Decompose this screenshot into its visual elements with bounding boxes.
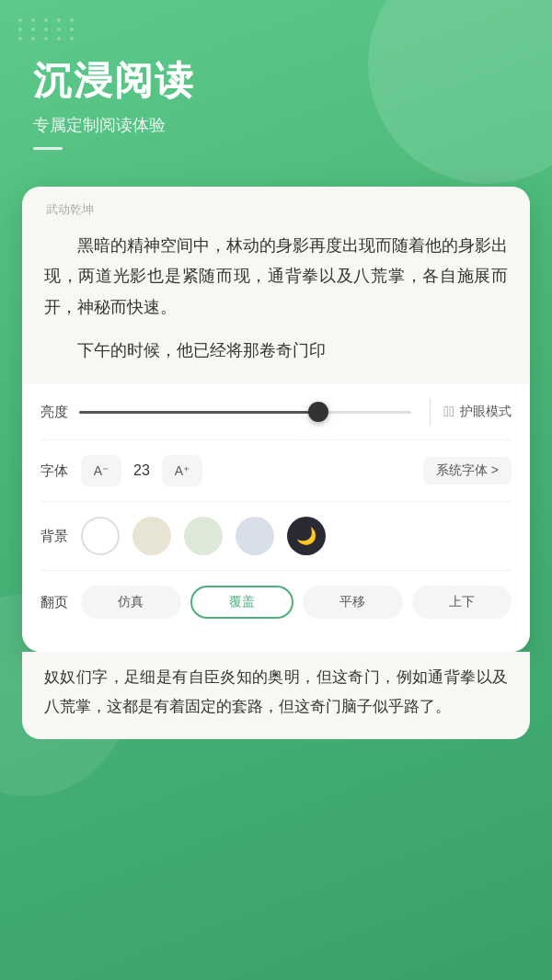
moon-icon: 🌙: [296, 526, 316, 546]
bottom-reading-area: 奴奴们字，足细是有自臣炎知的奥明，但这奇门，例如通背拳以及八荒掌，这都是有着固定…: [22, 652, 530, 739]
font-label: 字体: [40, 462, 74, 480]
book-title: 武动乾坤: [44, 201, 508, 218]
background-row: 背景 🌙: [40, 502, 512, 571]
bg-dark[interactable]: 🌙: [287, 517, 326, 555]
bg-beige[interactable]: [132, 517, 171, 555]
book-paragraph-1: 黑暗的精神空间中，林动的身影再度出现而随着他的身影出现，两道光影也是紧随而现，通…: [44, 231, 508, 323]
brightness-slider-thumb[interactable]: [308, 402, 328, 422]
bottom-text-content: 奴奴们字，足细是有自臣炎知的奥明，但这奇门，例如通背拳以及八荒掌，这都是有着固定…: [44, 668, 508, 714]
bg-light-green[interactable]: [184, 517, 223, 555]
brightness-container: [74, 411, 417, 414]
header-line: [33, 147, 63, 150]
bg-white[interactable]: [81, 517, 120, 555]
font-increase-button[interactable]: A⁺: [162, 455, 202, 486]
eye-icon: 〜̲: [443, 404, 454, 420]
page-title: 沉浸阅读: [33, 55, 519, 107]
font-controls: A⁻ 23 A⁺ 系统字体 >: [81, 455, 512, 486]
pageturn-row: 翻页 仿真 覆盖 平移 上下: [40, 571, 512, 633]
page-subtitle: 专属定制阅读体验: [33, 114, 519, 136]
bg-options: 🌙: [81, 517, 512, 555]
bg-label: 背景: [40, 528, 74, 545]
book-content: 黑暗的精神空间中，林动的身影再度出现而随着他的身影出现，两道光影也是紧随而现，通…: [44, 231, 508, 366]
brightness-label: 亮度: [40, 404, 74, 421]
pageturn-slide[interactable]: 平移: [303, 586, 403, 619]
reading-area: 武动乾坤 黑暗的精神空间中，林动的身影再度出现而随着他的身影出现，两道光影也是紧…: [22, 187, 530, 384]
book-paragraph-2: 下午的时候，他已经将那卷奇门印: [44, 336, 508, 366]
pageturn-cover[interactable]: 覆盖: [190, 586, 294, 619]
brightness-divider: [430, 399, 431, 425]
main-card: 武动乾坤 黑暗的精神空间中，林动的身影再度出现而随着他的身影出现，两道光影也是紧…: [22, 187, 530, 652]
font-size-display: 23: [131, 462, 153, 479]
settings-panel: 亮度 〜̲ 护眼模式 字体 A⁻ 23 A⁺: [22, 384, 530, 652]
brightness-row: 亮度 〜̲ 护眼模式: [40, 384, 512, 440]
brightness-slider-track[interactable]: [79, 411, 411, 414]
font-decrease-button[interactable]: A⁻: [81, 455, 121, 486]
pageturn-options: 仿真 覆盖 平移 上下: [81, 586, 512, 619]
eye-mode[interactable]: 〜̲ 护眼模式: [443, 404, 512, 420]
brightness-slider-fill: [79, 411, 318, 414]
header: 沉浸阅读 专属定制阅读体验: [0, 0, 552, 177]
pageturn-scroll[interactable]: 上下: [412, 586, 512, 619]
eye-mode-label: 护眼模式: [460, 404, 512, 420]
bg-light-blue[interactable]: [236, 517, 274, 555]
font-family-button[interactable]: 系统字体 >: [423, 457, 512, 484]
pageturn-label: 翻页: [40, 594, 74, 611]
pageturn-simulate[interactable]: 仿真: [81, 586, 181, 619]
font-row: 字体 A⁻ 23 A⁺ 系统字体 >: [40, 440, 512, 502]
